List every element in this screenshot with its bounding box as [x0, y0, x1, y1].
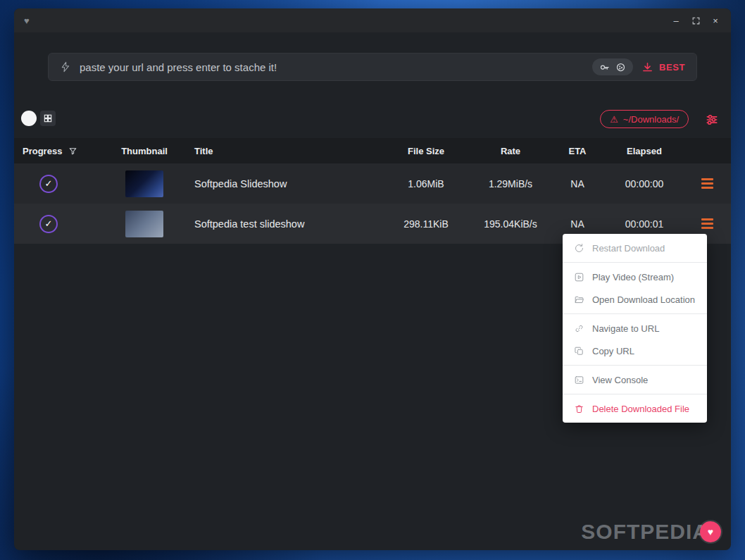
row-rate: 1.29MiB/s	[472, 178, 549, 189]
softpedia-watermark: SOFTPEDIA ♥	[581, 520, 721, 544]
menu-item-copy-url[interactable]: Copy URL	[563, 340, 707, 362]
cookie-icon	[615, 62, 626, 73]
folder-icon	[574, 294, 584, 305]
header-thumbnail: Thumbnail	[106, 146, 183, 156]
warning-icon: ⚠	[610, 114, 618, 125]
header-rate: Rate	[472, 146, 549, 156]
heart-icon: ♥	[24, 15, 30, 26]
row-rate: 195.04KiB/s	[472, 218, 549, 230]
play-icon	[574, 272, 584, 282]
console-icon	[574, 375, 584, 385]
table-header: Progress Thumbnail Title File Size Rate …	[14, 138, 731, 163]
menu-divider	[563, 394, 707, 394]
grid-view-button[interactable]	[40, 111, 56, 126]
app-window: ♥ – ×	[14, 8, 731, 550]
row-title: Softpedia Slideshow	[183, 178, 380, 189]
download-icon	[641, 61, 653, 73]
row-title: Softpedia test slideshow	[183, 218, 380, 230]
heart-icon: ♥	[708, 526, 713, 537]
trash-icon	[574, 404, 584, 414]
progress-complete-icon: ✓	[39, 175, 58, 193]
header-file-size: File Size	[380, 146, 472, 156]
menu-item-open-download-location[interactable]: Open Download Location	[563, 288, 707, 311]
row-eta: NA	[549, 178, 606, 189]
header-title: Title	[183, 146, 380, 156]
row-elapsed: 00:00:00	[606, 178, 683, 189]
download-list: ✓ Softpedia Slideshow 1.06MiB 1.29MiB/s …	[14, 163, 731, 244]
menu-item-play-video[interactable]: Play Video (Stream)	[563, 266, 707, 288]
row-eta: NA	[549, 218, 606, 230]
list-view-toggle[interactable]	[21, 111, 37, 126]
maximize-button[interactable]	[686, 11, 706, 30]
menu-divider	[563, 365, 707, 366]
thumbnail-image	[125, 170, 163, 197]
thumbnail-image	[125, 211, 163, 237]
softpedia-heart-logo: ♥	[700, 521, 721, 542]
menu-item-view-console[interactable]: View Console	[563, 368, 707, 391]
row-file-size: 298.11KiB	[380, 218, 472, 230]
row-file-size: 1.06MiB	[380, 178, 472, 189]
menu-divider	[563, 313, 707, 314]
row-context-menu: Restart Download Play Video (Stream) Ope…	[563, 234, 707, 423]
close-button[interactable]: ×	[706, 11, 725, 30]
credentials-pill[interactable]	[592, 58, 633, 75]
key-icon	[599, 62, 610, 73]
url-input[interactable]	[80, 61, 584, 73]
grid-icon	[43, 113, 53, 123]
titlebar: ♥ – ×	[14, 8, 731, 32]
restart-icon	[574, 243, 584, 254]
minimize-button[interactable]: –	[666, 11, 686, 30]
view-toggle-group	[21, 111, 56, 126]
url-bar: BEST	[48, 53, 697, 81]
lightning-icon	[60, 61, 71, 73]
link-icon	[574, 323, 584, 334]
quality-label: BEST	[659, 62, 685, 73]
row-menu-button[interactable]	[701, 218, 713, 229]
header-elapsed: Elapsed	[606, 146, 683, 156]
menu-divider	[563, 262, 707, 263]
watermark-text: SOFTPEDIA	[581, 520, 708, 544]
download-path-label: ~/Downloads/	[623, 114, 679, 125]
menu-item-restart-download[interactable]: Restart Download	[563, 237, 707, 259]
quality-selector[interactable]: BEST	[641, 61, 685, 73]
maximize-icon	[691, 16, 701, 25]
progress-complete-icon: ✓	[39, 215, 58, 233]
row-elapsed: 00:00:01	[606, 218, 683, 230]
table-row[interactable]: ✓ Softpedia Slideshow 1.06MiB 1.29MiB/s …	[14, 163, 731, 204]
header-eta: ETA	[549, 146, 606, 156]
download-path-button[interactable]: ⚠ ~/Downloads/	[600, 110, 689, 128]
filter-funnel-icon[interactable]	[68, 147, 77, 156]
copy-icon	[574, 346, 584, 356]
settings-sliders-button[interactable]	[704, 112, 720, 127]
row-menu-button[interactable]	[701, 178, 713, 189]
menu-item-delete-downloaded-file[interactable]: Delete Downloaded File	[563, 397, 707, 420]
sliders-icon	[705, 113, 719, 127]
header-progress: Progress	[23, 146, 62, 156]
menu-item-navigate-to-url[interactable]: Navigate to URL	[563, 317, 707, 340]
desktop-wallpaper: ♥ – ×	[0, 0, 745, 560]
